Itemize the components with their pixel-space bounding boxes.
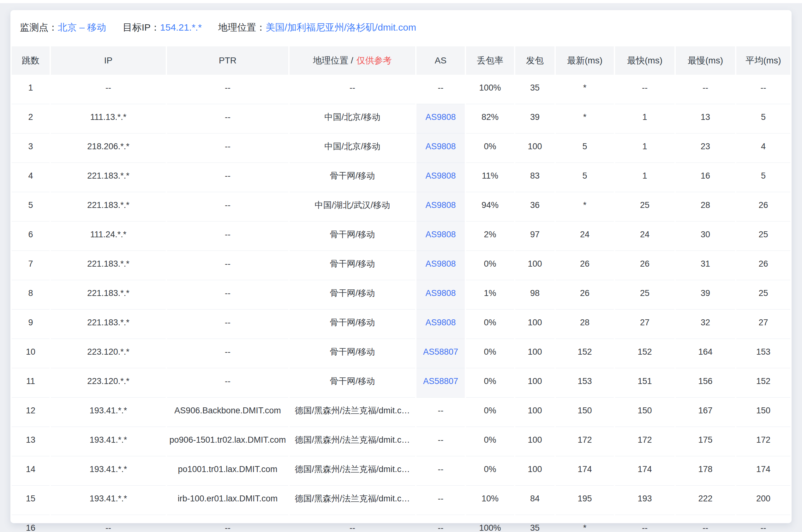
slowest-cell: 31 — [676, 251, 735, 280]
geo-location-link[interactable]: 美国/加利福尼亚州/洛杉矶/dmit.com — [266, 22, 416, 33]
as-link[interactable]: AS9808 — [425, 142, 456, 151]
fastest-cell: 1 — [615, 163, 674, 192]
geo-cell: 中国/北京/移动 — [290, 133, 415, 163]
col-header-ptr: PTR — [167, 46, 288, 75]
latest-cell: 174 — [556, 456, 614, 486]
ptr-cell: po906-1501.tr02.lax.DMIT.com — [167, 427, 288, 456]
geo-cell: 骨干网/移动 — [290, 163, 415, 192]
loss-cell: 0% — [466, 133, 514, 163]
ip-cell: 111.24.*.* — [51, 222, 166, 251]
geo-header-note: 仅供参考 — [357, 56, 392, 65]
ptr-cell: -- — [167, 163, 288, 192]
fastest-cell: 151 — [615, 368, 674, 398]
avg-cell: 5 — [736, 104, 790, 133]
avg-cell: 174 — [736, 456, 790, 486]
as-link[interactable]: AS9808 — [425, 288, 456, 298]
avg-cell: 5 — [736, 163, 790, 192]
slowest-cell: 175 — [676, 427, 735, 456]
sent-cell: 100 — [515, 398, 554, 427]
as-cell: AS9808 — [417, 104, 465, 133]
slowest-cell: 164 — [676, 339, 735, 368]
ptr-cell: -- — [167, 133, 288, 163]
sent-cell: 100 — [515, 133, 554, 163]
ip-cell: 218.206.*.* — [51, 133, 166, 163]
as-link[interactable]: AS58807 — [423, 347, 458, 357]
slowest-cell: -- — [676, 515, 735, 532]
latest-cell: 152 — [556, 339, 614, 368]
table-row: 9221.183.*.*--骨干网/移动AS98080%10028273227 — [12, 309, 790, 339]
ptr-cell: -- — [167, 515, 288, 532]
ip-cell: 223.120.*.* — [51, 368, 166, 398]
table-row: 7221.183.*.*--骨干网/移动AS98080%10026263126 — [12, 251, 790, 280]
slowest-cell: 32 — [676, 309, 735, 339]
fastest-cell: -- — [615, 515, 674, 532]
as-cell: AS9808 — [417, 309, 465, 339]
as-link[interactable]: AS9808 — [425, 171, 456, 180]
avg-cell: 4 — [736, 133, 790, 163]
geo-cell: 骨干网/移动 — [290, 339, 415, 368]
ip-cell: -- — [51, 515, 166, 532]
as-link[interactable]: AS9808 — [425, 201, 456, 210]
table-row: 6111.24.*.*--骨干网/移动AS98082%9724243025 — [12, 222, 790, 251]
fastest-cell: 25 — [615, 192, 674, 222]
ptr-cell: -- — [167, 104, 288, 133]
geo-cell: 德国/黑森州/法兰克福/dmit.c… — [290, 398, 415, 427]
ptr-cell: irb-100.er01.lax.DMIT.com — [167, 486, 288, 515]
fastest-cell: 174 — [615, 456, 674, 486]
sent-cell: 35 — [515, 75, 554, 104]
fastest-cell: 152 — [615, 339, 674, 368]
latest-cell: * — [556, 192, 614, 222]
table-row: 10223.120.*.*--骨干网/移动AS588070%1001521521… — [12, 339, 790, 368]
latest-cell: 150 — [556, 398, 614, 427]
fastest-cell: 150 — [615, 398, 674, 427]
as-link[interactable]: AS9808 — [425, 259, 456, 268]
fastest-cell: 1 — [615, 133, 674, 163]
avg-cell: 25 — [736, 280, 790, 309]
latest-cell: * — [556, 515, 614, 532]
slowest-cell: 39 — [676, 280, 735, 309]
as-link[interactable]: AS9808 — [425, 230, 456, 239]
geo-cell: 德国/黑森州/法兰克福/dmit.c… — [290, 456, 415, 486]
as-link[interactable]: AS58807 — [423, 377, 458, 386]
geo-cell: 骨干网/移动 — [290, 280, 415, 309]
avg-cell: 152 — [736, 368, 790, 398]
avg-cell: 27 — [736, 309, 790, 339]
geo-cell: -- — [290, 515, 415, 532]
as-link[interactable]: AS9808 — [425, 112, 456, 122]
sent-cell: 97 — [515, 222, 554, 251]
col-header-loss: 丢包率 — [466, 46, 514, 75]
slowest-cell: 156 — [676, 368, 735, 398]
fastest-cell: 172 — [615, 427, 674, 456]
monitor-point-label: 监测点： — [20, 22, 58, 33]
col-header-slowest: 最慢(ms) — [676, 46, 735, 75]
ip-cell: 193.41.*.* — [51, 456, 166, 486]
geo-cell: 骨干网/移动 — [290, 368, 415, 398]
slowest-cell: 28 — [676, 192, 735, 222]
ptr-cell: po1001.tr01.lax.DMIT.com — [167, 456, 288, 486]
geo-cell: 骨干网/移动 — [290, 251, 415, 280]
slowest-cell: 16 — [676, 163, 735, 192]
sent-cell: 100 — [515, 427, 554, 456]
table-row: 11223.120.*.*--骨干网/移动AS588070%1001531511… — [12, 368, 790, 398]
hop-cell: 11 — [12, 368, 50, 398]
as-cell: AS9808 — [417, 251, 465, 280]
monitor-point-link[interactable]: 北京 – 移动 — [58, 22, 106, 33]
col-header-as: AS — [417, 46, 465, 75]
latest-cell: 5 — [556, 163, 614, 192]
loss-cell: 94% — [466, 192, 514, 222]
as-cell: AS9808 — [417, 222, 465, 251]
table-row: 4221.183.*.*--骨干网/移动AS980811%8351165 — [12, 163, 790, 192]
traceroute-table: 跳数 IP PTR 地理位置 /仅供参考 AS 丢包率 发包 最新(ms) 最快… — [11, 46, 791, 532]
fastest-cell: 193 — [615, 486, 674, 515]
table-row: 13193.41.*.*po906-1501.tr02.lax.DMIT.com… — [12, 427, 790, 456]
table-body: 1--------100%35*------2111.13.*.*--中国/北京… — [12, 75, 790, 532]
table-row: 12193.41.*.*AS906.Backbone.DMIT.com德国/黑森… — [12, 398, 790, 427]
loss-cell: 100% — [466, 515, 514, 532]
loss-cell: 11% — [466, 163, 514, 192]
target-ip-link[interactable]: 154.21.*.* — [160, 22, 202, 33]
as-link[interactable]: AS9808 — [425, 318, 456, 327]
geo-location-label: 地理位置： — [218, 22, 266, 33]
monitor-point-group: 监测点：北京 – 移动 — [20, 22, 106, 33]
ip-cell: 221.183.*.* — [51, 192, 166, 222]
as-cell: -- — [417, 486, 465, 515]
